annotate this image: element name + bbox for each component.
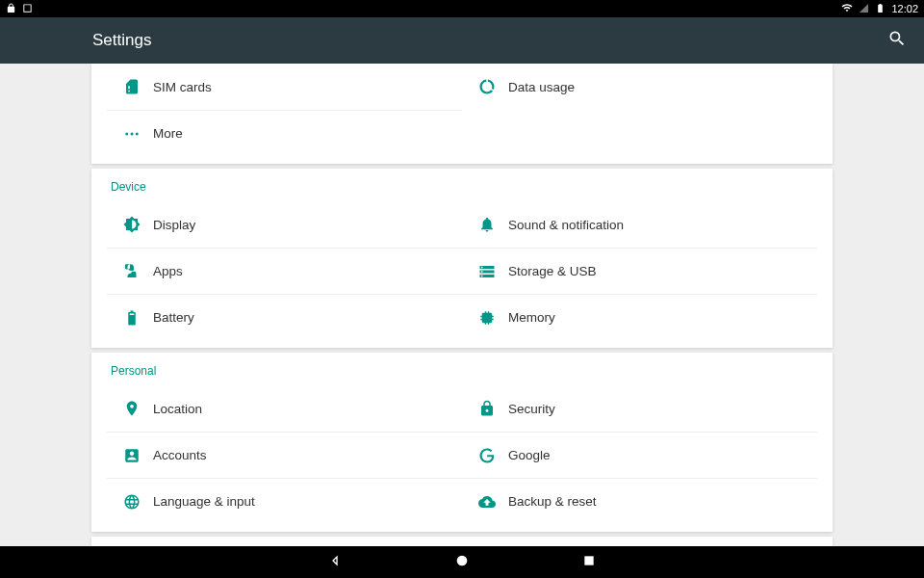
language-icon — [111, 493, 153, 511]
item-apps[interactable]: Apps — [107, 248, 462, 294]
item-label: Apps — [153, 264, 183, 278]
item-label: Backup & reset — [508, 494, 597, 509]
svg-point-2 — [136, 132, 139, 135]
section-wireless-partial: SIM cards More Data usage — [91, 64, 833, 164]
item-label: Language & input — [153, 494, 255, 509]
signal-icon — [859, 3, 869, 15]
status-time: 12:02 — [891, 3, 918, 14]
status-bar: 12:02 — [0, 0, 924, 17]
item-data-usage[interactable]: Data usage — [462, 64, 817, 110]
item-sound[interactable]: Sound & notification — [462, 201, 817, 248]
backup-icon — [466, 493, 508, 511]
section-personal: Personal Location Accounts Language & in… — [91, 353, 833, 532]
screenshot-icon — [22, 3, 33, 15]
item-label: Battery — [153, 310, 194, 325]
bell-icon — [466, 216, 508, 233]
storage-icon — [466, 263, 508, 280]
lock-icon — [6, 3, 16, 15]
item-location[interactable]: Location — [107, 385, 462, 432]
sim-card-icon — [111, 78, 153, 95]
data-usage-icon — [466, 78, 508, 95]
svg-point-4 — [457, 556, 466, 565]
item-google[interactable]: Google — [462, 432, 817, 478]
item-label: Memory — [508, 310, 555, 325]
item-label: SIM cards — [153, 80, 212, 94]
item-more[interactable]: More — [107, 110, 462, 156]
page-title: Settings — [92, 31, 151, 50]
item-label: Google — [508, 448, 551, 462]
item-label: Security — [508, 402, 555, 416]
wifi-icon — [841, 2, 853, 15]
section-device: Device Display Apps Battery — [91, 169, 833, 348]
google-icon — [466, 447, 508, 464]
section-header: Device — [91, 169, 833, 201]
navigation-bar — [0, 546, 924, 578]
apps-icon — [111, 263, 153, 280]
item-label: Location — [153, 402, 202, 416]
battery-icon — [111, 309, 153, 327]
battery-icon — [875, 3, 886, 15]
item-label: Display — [153, 218, 195, 232]
item-accounts[interactable]: Accounts — [107, 432, 462, 478]
search-icon[interactable] — [887, 29, 907, 52]
svg-point-0 — [125, 132, 128, 135]
svg-point-1 — [131, 132, 134, 135]
more-horiz-icon — [111, 125, 153, 143]
accounts-icon — [111, 447, 153, 464]
item-sim-cards[interactable]: SIM cards — [107, 64, 462, 110]
memory-icon — [466, 309, 508, 327]
item-security[interactable]: Security — [462, 385, 817, 432]
display-icon — [111, 216, 153, 233]
item-memory[interactable]: Memory — [462, 294, 817, 340]
svg-point-3 — [130, 266, 135, 271]
content-area: SIM cards More Data usage Device — [0, 64, 924, 546]
item-label: More — [153, 126, 183, 141]
item-label: Sound & notification — [508, 218, 624, 232]
svg-rect-5 — [585, 557, 593, 565]
item-backup[interactable]: Backup & reset — [462, 478, 817, 524]
item-language[interactable]: Language & input — [107, 478, 462, 524]
item-label: Storage & USB — [508, 264, 597, 278]
section-system: System — [91, 537, 833, 546]
section-header: System — [91, 537, 833, 546]
recent-button[interactable] — [581, 553, 597, 572]
item-storage[interactable]: Storage & USB — [462, 248, 817, 294]
lock-icon — [466, 400, 508, 417]
back-button[interactable] — [327, 553, 343, 572]
item-battery[interactable]: Battery — [107, 294, 462, 340]
app-bar: Settings — [0, 17, 924, 64]
item-label: Accounts — [153, 448, 207, 462]
item-label: Data usage — [508, 80, 575, 94]
section-header: Personal — [91, 353, 833, 385]
home-button[interactable] — [454, 553, 470, 572]
location-icon — [111, 400, 153, 417]
item-display[interactable]: Display — [107, 201, 462, 248]
